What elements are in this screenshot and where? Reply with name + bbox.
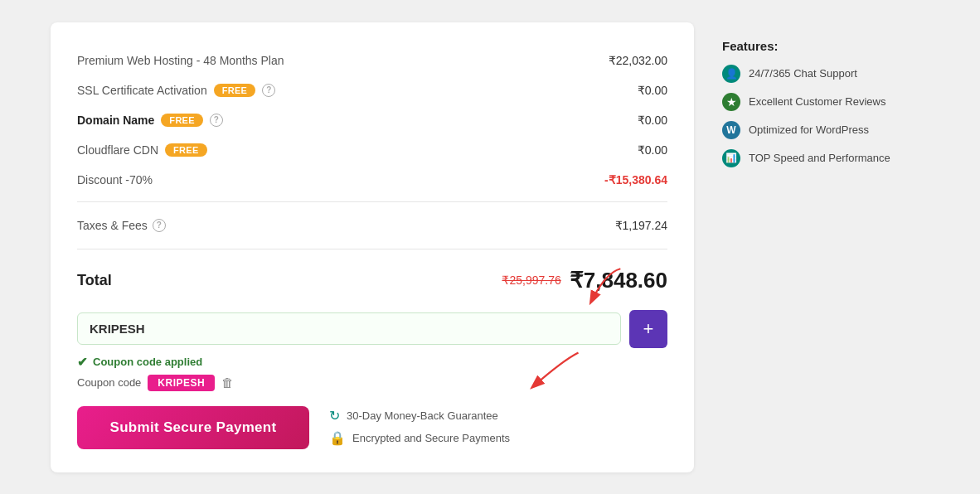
- coupon-input-row: +: [77, 310, 667, 348]
- divider-2: [77, 249, 667, 249]
- line-item-domain-value: ₹0.00: [638, 114, 667, 127]
- total-price-group: ₹25,997.76 ₹7,848.60: [502, 268, 667, 293]
- old-price: ₹25,997.76: [502, 274, 560, 287]
- line-item-discount: Discount -70% -₹15,380.64: [77, 165, 667, 195]
- total-label: Total: [77, 272, 112, 289]
- secure-payment-icon: 🔒: [329, 430, 346, 446]
- total-row: Total ₹25,997.76 ₹7,848.60: [77, 256, 667, 307]
- line-item-domain: Domain Name FREE ? ₹0.00: [77, 105, 667, 135]
- features-panel: Features: 👤 24/7/365 Chat Support ★ Exce…: [714, 22, 929, 472]
- coupon-applied-message: ✔ Coupon code applied: [77, 355, 667, 370]
- line-item-cdn-label: Cloudflare CDN FREE: [77, 143, 207, 157]
- guarantee-list: ↻ 30-Day Money-Back Guarantee 🔒 Encrypte…: [329, 408, 510, 446]
- coupon-code-label: Coupon code: [77, 376, 141, 389]
- ssl-free-badge: FREE: [214, 84, 256, 97]
- line-item-cdn-value: ₹0.00: [638, 143, 667, 157]
- guarantee-item-0: ↻ 30-Day Money-Back Guarantee: [329, 408, 510, 424]
- speed-icon: 📊: [722, 149, 740, 167]
- feature-item-0: 👤 24/7/365 Chat Support: [722, 65, 929, 83]
- divider-1: [77, 201, 667, 202]
- domain-free-badge: FREE: [161, 114, 203, 127]
- taxes-help-icon[interactable]: ?: [153, 219, 166, 232]
- coupon-tag: KRIPESH: [148, 375, 215, 391]
- ssl-help-icon[interactable]: ?: [262, 84, 275, 97]
- money-back-icon: ↻: [329, 408, 340, 424]
- wordpress-icon: W: [722, 121, 740, 139]
- feature-item-1: ★ Excellent Customer Reviews: [722, 93, 929, 111]
- domain-help-icon[interactable]: ?: [210, 114, 223, 127]
- line-item-ssl-label: SSL Certificate Activation FREE ?: [77, 84, 275, 97]
- guarantee-item-1: 🔒 Encrypted and Secure Payments: [329, 430, 510, 446]
- new-price: ₹7,848.60: [570, 268, 667, 293]
- line-item-discount-label: Discount -70%: [77, 173, 153, 186]
- coupon-code-row: Coupon code KRIPESH 🗑: [77, 375, 667, 391]
- line-item-ssl-value: ₹0.00: [638, 84, 667, 97]
- line-item-hosting-value: ₹22,032.00: [609, 54, 667, 67]
- customer-reviews-icon: ★: [722, 93, 740, 111]
- taxes-value: ₹1,197.24: [615, 219, 668, 232]
- line-item-discount-value: -₹15,380.64: [604, 173, 667, 186]
- cdn-free-badge: FREE: [165, 143, 207, 157]
- coupon-add-button[interactable]: +: [629, 310, 667, 348]
- line-item-hosting: Premium Web Hosting - 48 Months Plan ₹22…: [77, 46, 667, 75]
- submit-payment-button[interactable]: Submit Secure Payment: [77, 406, 309, 449]
- line-item-ssl: SSL Certificate Activation FREE ? ₹0.00: [77, 75, 667, 105]
- coupon-input[interactable]: [77, 312, 621, 345]
- line-item-hosting-label: Premium Web Hosting - 48 Months Plan: [77, 54, 284, 67]
- line-item-cdn: Cloudflare CDN FREE ₹0.00: [77, 135, 667, 165]
- taxes-row: Taxes & Fees ? ₹1,197.24: [77, 209, 667, 242]
- features-title: Features:: [722, 39, 929, 53]
- chat-support-icon: 👤: [722, 65, 740, 83]
- feature-item-2: W Optimized for WordPress: [722, 121, 929, 139]
- trash-icon[interactable]: 🗑: [221, 375, 234, 390]
- feature-item-3: 📊 TOP Speed and Performance: [722, 149, 929, 167]
- bottom-row: Submit Secure Payment ↻ 30-Day Money-Bac…: [77, 395, 667, 449]
- order-summary-card: Premium Web Hosting - 48 Months Plan ₹22…: [51, 22, 694, 472]
- checkmark-icon: ✔: [77, 355, 88, 370]
- line-item-domain-label: Domain Name FREE ?: [77, 114, 223, 127]
- taxes-label: Taxes & Fees ?: [77, 219, 166, 232]
